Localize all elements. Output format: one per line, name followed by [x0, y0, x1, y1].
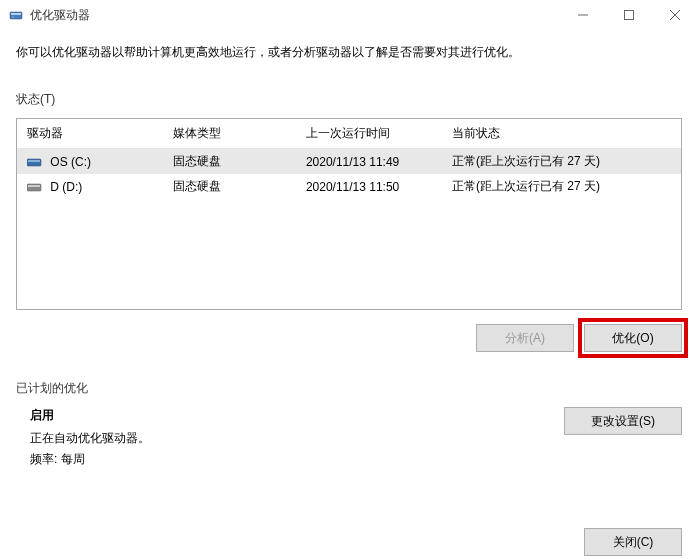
drive-list: 驱动器 媒体类型 上一次运行时间 当前状态 OS (C:) 固态硬盘 2020/…: [16, 118, 682, 310]
col-header-drive[interactable]: 驱动器: [17, 119, 163, 149]
schedule-status-line: 正在自动优化驱动器。: [30, 430, 564, 447]
drive-lastrun: 2020/11/13 11:50: [296, 174, 442, 199]
app-icon: [8, 7, 24, 23]
schedule-freq-label: 频率:: [30, 452, 57, 466]
svg-rect-8: [28, 160, 40, 162]
drive-icon: [27, 156, 43, 168]
close-dialog-button[interactable]: 关闭(C): [584, 528, 682, 556]
maximize-button[interactable]: [606, 0, 652, 30]
analyze-button[interactable]: 分析(A): [476, 324, 574, 352]
drive-name: D (D:): [50, 180, 82, 194]
col-header-media[interactable]: 媒体类型: [163, 119, 296, 149]
drive-name: OS (C:): [50, 155, 91, 169]
drive-status: 正常(距上次运行已有 27 天): [442, 174, 681, 199]
change-settings-button[interactable]: 更改设置(S): [564, 407, 682, 435]
schedule-freq-value: 每周: [61, 452, 85, 466]
drive-media: 固态硬盘: [163, 174, 296, 199]
schedule-section: 已计划的优化 启用 正在自动优化驱动器。 频率: 每周 更改设置(S): [16, 380, 682, 472]
titlebar: 优化驱动器: [0, 0, 698, 30]
svg-rect-10: [28, 185, 40, 187]
table-spacer: [17, 199, 681, 309]
content-area: 你可以优化驱动器以帮助计算机更高效地运行，或者分析驱动器以了解是否需要对其进行优…: [0, 30, 698, 559]
table-row[interactable]: D (D:) 固态硬盘 2020/11/13 11:50 正常(距上次运行已有 …: [17, 174, 681, 199]
analyze-optimize-row: 分析(A) 优化(O): [16, 324, 682, 352]
svg-rect-1: [11, 13, 21, 15]
close-button[interactable]: [652, 0, 698, 30]
table-row[interactable]: OS (C:) 固态硬盘 2020/11/13 11:49 正常(距上次运行已有…: [17, 149, 681, 175]
minimize-button[interactable]: [560, 0, 606, 30]
drive-table: 驱动器 媒体类型 上一次运行时间 当前状态 OS (C:) 固态硬盘 2020/…: [17, 119, 681, 309]
svg-point-2: [12, 16, 14, 18]
svg-rect-4: [625, 11, 634, 20]
drive-status: 正常(距上次运行已有 27 天): [442, 149, 681, 175]
status-section-label: 状态(T): [16, 91, 682, 108]
col-header-status[interactable]: 当前状态: [442, 119, 681, 149]
window-controls: [560, 0, 698, 30]
schedule-section-label: 已计划的优化: [16, 380, 682, 397]
optimize-button[interactable]: 优化(O): [584, 324, 682, 352]
col-header-lastrun[interactable]: 上一次运行时间: [296, 119, 442, 149]
drive-media: 固态硬盘: [163, 149, 296, 175]
window-title: 优化驱动器: [30, 7, 560, 24]
schedule-on-label: 启用: [30, 407, 564, 424]
drive-lastrun: 2020/11/13 11:49: [296, 149, 442, 175]
drive-icon: [27, 181, 43, 193]
description-text: 你可以优化驱动器以帮助计算机更高效地运行，或者分析驱动器以了解是否需要对其进行优…: [16, 44, 682, 61]
close-row: 关闭(C): [16, 528, 682, 556]
schedule-frequency: 频率: 每周: [30, 451, 564, 468]
